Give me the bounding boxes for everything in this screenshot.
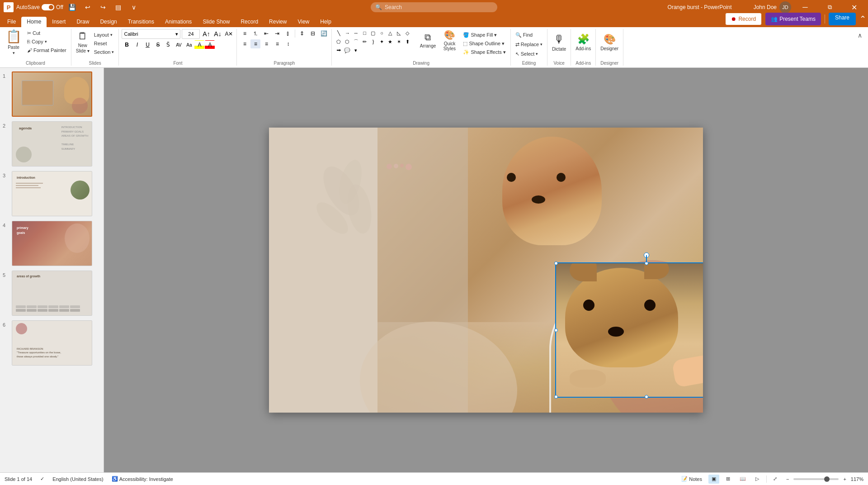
redo-button[interactable]: ↪ (97, 1, 109, 14)
change-case-button[interactable]: Aa (184, 40, 194, 49)
grow-font-button[interactable]: A↑ (201, 29, 211, 38)
shape-diamond[interactable]: ◇ (403, 29, 411, 37)
tab-record[interactable]: Record (235, 17, 264, 27)
autosave-toggle[interactable] (42, 4, 54, 10)
bold-button[interactable]: B (122, 40, 132, 49)
shape-right-triangle[interactable]: ◺ (395, 29, 403, 37)
slide-thumb-3[interactable]: 3 introduction (2, 170, 102, 217)
find-button[interactable]: 🔍 Find (514, 31, 534, 39)
tab-draw[interactable]: Draw (71, 17, 94, 27)
italic-button[interactable]: I (132, 40, 142, 49)
font-size-selector[interactable]: 24 (182, 29, 200, 39)
zoom-in-button[interactable]: + (840, 475, 849, 483)
tab-design[interactable]: Design (94, 17, 122, 27)
tab-insert[interactable]: Insert (47, 17, 71, 27)
shape-rect[interactable]: □ (360, 29, 368, 37)
text-direction-button[interactable]: ⇕ (297, 29, 307, 38)
font-name-selector[interactable]: Calibri ▾ (122, 29, 180, 39)
tab-view[interactable]: View (292, 17, 315, 27)
layout-button[interactable]: Layout ▾ (92, 31, 116, 39)
highlight-button[interactable]: A (194, 40, 204, 49)
format-painter-button[interactable]: 🖌 Format Painter (25, 46, 68, 54)
share-button[interactable]: Share (829, 13, 856, 25)
shape-outline-button[interactable]: ⬚ Shape Outline ▾ (461, 39, 507, 48)
slide-thumb-4[interactable]: 4 primarygoals (2, 220, 102, 267)
shape-arrow[interactable]: → (343, 29, 351, 37)
dictate-button[interactable]: 🎙 Dictate (550, 29, 568, 55)
line-spacing-button[interactable]: ↕ (283, 39, 293, 48)
zoom-thumb[interactable] (824, 476, 830, 482)
quick-styles-button[interactable]: 🎨 QuickStyles (439, 29, 459, 52)
customize-quick-access-button[interactable]: ∨ (127, 1, 140, 14)
shape-oval[interactable]: ○ (377, 29, 386, 37)
shape-freeform[interactable]: ✏ (360, 38, 368, 46)
presentation-view-button[interactable]: ▷ (752, 475, 763, 484)
undo-button[interactable]: ↩ (81, 1, 94, 14)
increase-indent-button[interactable]: ⇥ (272, 29, 282, 38)
convert-smartart-button[interactable]: 🔄 (319, 29, 329, 38)
copy-button[interactable]: ⎘ Copy ▾ (25, 38, 68, 46)
accessibility-button[interactable]: ♿ Accessibility: Investigate (109, 475, 176, 483)
shrink-font-button[interactable]: A↓ (212, 29, 222, 38)
zoom-slider[interactable] (793, 478, 839, 480)
search-bar[interactable]: 🔍 (371, 2, 497, 12)
shape-star6[interactable]: ✶ (395, 38, 403, 46)
shape-triangle[interactable]: △ (386, 29, 394, 37)
shape-star5[interactable]: ★ (386, 38, 394, 46)
present-teams-button[interactable]: 👥 Present Teams (765, 13, 821, 25)
shape-effects-button[interactable]: ✨ Shape Effects ▾ (461, 48, 507, 56)
tab-home[interactable]: Home (21, 17, 47, 27)
shape-brace[interactable]: } (369, 38, 377, 46)
clear-format-button[interactable]: A✕ (224, 29, 234, 38)
slide-panel[interactable]: 1 2 agenda INTR (0, 68, 104, 472)
tab-review[interactable]: Review (264, 17, 292, 27)
align-right-button[interactable]: ≡ (261, 39, 271, 48)
tab-transitions[interactable]: Transitions (123, 17, 160, 27)
shape-up-arrow[interactable]: ⬆ (403, 38, 411, 46)
slide-thumb-1[interactable]: 1 (2, 71, 102, 118)
paste-button[interactable]: 📋 Paste ▾ (3, 29, 24, 55)
align-text-button[interactable]: ⊟ (308, 29, 318, 38)
shape-callout[interactable]: 💬 (343, 46, 351, 54)
notes-button[interactable]: 📝 Notes (679, 475, 705, 483)
tab-help[interactable]: Help (315, 17, 337, 27)
tab-slideshow[interactable]: Slide Show (197, 17, 235, 27)
shape-star4[interactable]: ✦ (377, 38, 386, 46)
addins-button[interactable]: 🧩 Add-ins (574, 29, 593, 55)
font-color-button[interactable]: A (205, 40, 215, 49)
shape-curve[interactable]: ⌒ (352, 38, 360, 46)
tab-animations[interactable]: Animations (160, 17, 197, 27)
slide-thumb-5[interactable]: 5 areas of growth (2, 270, 102, 317)
record-button[interactable]: ⏺ Record (725, 13, 762, 25)
fit-slide-button[interactable]: ⤢ (770, 475, 780, 483)
select-button[interactable]: ↖ Select ▾ (514, 50, 540, 58)
shape-pentagon[interactable]: ⬠ (335, 38, 343, 46)
shape-fill-button[interactable]: 🪣 Shape Fill ▾ (461, 31, 507, 39)
text-shadow-button[interactable]: S̈ (163, 40, 173, 49)
ribbon-collapse-button[interactable]: ⌃ (859, 14, 866, 24)
bullets-button[interactable]: ≡ (240, 29, 250, 38)
columns-button[interactable]: ⫿ (283, 29, 293, 38)
strikethrough-button[interactable]: S (153, 40, 163, 49)
shape-right-arrow[interactable]: ⮕ (335, 46, 343, 54)
ribbon-collapse-button[interactable]: ∧ (855, 31, 864, 40)
underline-button[interactable]: U (142, 40, 152, 49)
reset-button[interactable]: Reset (92, 39, 116, 48)
normal-view-button[interactable]: ▣ (708, 475, 719, 484)
section-button[interactable]: Section ▾ (92, 48, 116, 56)
slide-sorter-button[interactable]: ⊞ (723, 475, 734, 484)
shape-double-arrow[interactable]: ↔ (352, 29, 360, 37)
justify-button[interactable]: ≡ (272, 39, 282, 48)
new-slide-button[interactable]: 🗒 NewSlide ▾ (74, 29, 91, 55)
slide-thumb-6[interactable]: 6 RICHARD BRANSON"Treasure opportunities… (2, 319, 102, 366)
arrange-button[interactable]: ⧉ Arrange (418, 29, 438, 52)
reading-view-button[interactable]: 📖 (737, 475, 748, 484)
selected-image-container[interactable] (556, 263, 703, 397)
replace-button[interactable]: ⇄ Replace ▾ (514, 40, 544, 48)
align-left-button[interactable]: ≡ (240, 39, 250, 48)
spell-check-button[interactable]: ✓ (38, 475, 47, 483)
search-input[interactable] (385, 4, 493, 10)
shape-hex[interactable]: ⬡ (343, 38, 351, 46)
shape-rounded-rect[interactable]: ▢ (369, 29, 377, 37)
canvas-area[interactable] (104, 68, 868, 472)
